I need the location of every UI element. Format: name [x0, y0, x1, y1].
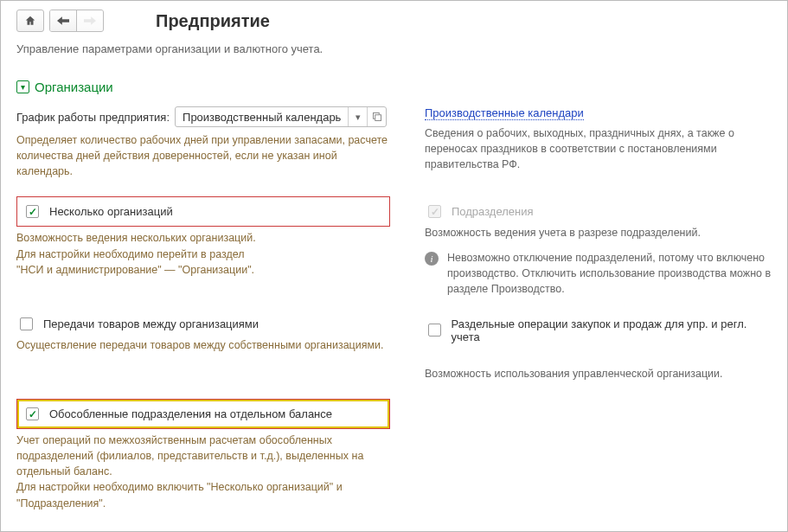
divisions-label: Подразделения [452, 205, 534, 218]
schedule-hint-right: Сведения о рабочих, выходных, праздничны… [425, 125, 772, 172]
standalone-hint: Учет операций по межхозяйственным расчет… [16, 433, 390, 511]
split-ops-row: Раздельные операции закупок и продаж для… [425, 314, 772, 347]
divisions-info-row: i Невозможно отключение подразделений, п… [425, 250, 772, 297]
page-subtitle: Управление параметрами организации и вал… [16, 42, 772, 55]
divisions-info-text: Невозможно отключение подразделений, пот… [447, 250, 772, 297]
split-ops-label: Раздельные операции закупок и продаж для… [452, 317, 768, 343]
nav-group [49, 10, 104, 32]
divisions-row: Подразделения [425, 196, 772, 221]
info-icon: i [425, 252, 439, 266]
page-title: Предприятие [156, 11, 270, 31]
svg-rect-1 [375, 115, 381, 121]
home-icon [24, 15, 36, 27]
divisions-checkbox [428, 205, 441, 218]
toolbar: Предприятие [16, 10, 772, 32]
standalone-row: Обособленные подразделения на отдельном … [16, 399, 390, 429]
arrow-left-icon [57, 16, 69, 25]
schedule-select[interactable]: Производственный календарь ▾ [175, 106, 387, 127]
back-button[interactable] [50, 10, 77, 31]
split-ops-hint: Возможность использования управленческой… [425, 366, 772, 381]
open-dialog-button[interactable] [367, 107, 386, 126]
multi-org-checkbox[interactable] [26, 205, 39, 218]
standalone-checkbox[interactable] [26, 407, 39, 420]
section-title: Организации [35, 80, 113, 94]
home-button[interactable] [16, 10, 44, 32]
schedule-hint-left: Определяет количество рабочих дней при у… [16, 132, 390, 179]
transfers-checkbox[interactable] [20, 317, 33, 330]
open-external-icon [372, 112, 382, 122]
arrow-right-icon [84, 16, 96, 25]
transfers-row: Передачи товаров между организациями [16, 314, 390, 334]
multi-org-hint: Возможность ведения нескольких организац… [16, 230, 390, 277]
multi-org-label: Несколько организаций [49, 205, 173, 218]
standalone-label: Обособленные подразделения на отдельном … [49, 407, 332, 420]
schedule-label: График работы предприятия: [16, 111, 170, 124]
multi-org-row: Несколько организаций [16, 196, 390, 227]
schedule-value: Производственный календарь [176, 111, 348, 124]
transfers-hint: Осуществление передачи товаров между соб… [16, 337, 390, 353]
split-ops-checkbox[interactable] [428, 324, 441, 337]
transfers-label: Передачи товаров между организациями [43, 317, 259, 330]
divisions-hint: Возможность ведения учета в разрезе подр… [425, 225, 772, 240]
calendars-link[interactable]: Производственные календари [425, 106, 584, 120]
section-header: ▾ Организации [16, 80, 772, 94]
collapse-button[interactable]: ▾ [16, 80, 29, 93]
dropdown-button[interactable]: ▾ [348, 107, 367, 126]
forward-button [77, 10, 103, 31]
